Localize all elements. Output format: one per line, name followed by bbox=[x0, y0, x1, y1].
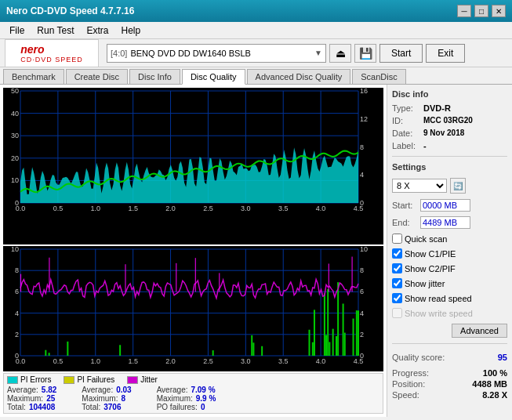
main-content: PI Errors PI Failures Jitter Average: 5.… bbox=[0, 85, 512, 417]
start-button[interactable]: Start bbox=[379, 44, 423, 63]
drive-label: [4:0] bbox=[111, 49, 127, 58]
pie-stats: Average: 5.82 Maximum: 25 Total: 104408 bbox=[7, 386, 56, 411]
window-controls: ─ □ ✕ bbox=[457, 5, 506, 17]
jitter-stats: Average: 7.09 % Maximum: 9.9 % PO failur… bbox=[157, 386, 216, 411]
menu-help[interactable]: Help bbox=[115, 24, 147, 38]
save-icon-button[interactable]: 💾 bbox=[354, 44, 376, 63]
disc-info-title: Disc info bbox=[392, 89, 507, 99]
legend-pi-failures: PI Failures bbox=[64, 375, 114, 384]
close-button[interactable]: ✕ bbox=[492, 5, 506, 17]
stats-row: Average: 5.82 Maximum: 25 Total: 104408 bbox=[7, 386, 379, 411]
show-read-speed-checkbox[interactable] bbox=[392, 293, 402, 303]
chart-area: PI Errors PI Failures Jitter Average: 5.… bbox=[0, 85, 387, 417]
pif-stats: Average: 0.03 Maximum: 8 Total: 3706 bbox=[82, 386, 131, 411]
tab-scan-disc[interactable]: ScanDisc bbox=[352, 69, 405, 84]
settings-icon-btn[interactable]: 🔄 bbox=[450, 178, 466, 194]
tab-bar: Benchmark Create Disc Disc Info Disc Qua… bbox=[0, 67, 512, 85]
bottom-chart bbox=[3, 246, 383, 371]
legend-pi-errors: PI Errors bbox=[7, 375, 51, 384]
label-row: Label: - bbox=[392, 141, 507, 150]
end-mb-row: End: bbox=[392, 216, 507, 229]
tab-create-disc[interactable]: Create Disc bbox=[66, 69, 128, 84]
tab-benchmark[interactable]: Benchmark bbox=[3, 69, 64, 84]
show-jitter-checkbox[interactable] bbox=[392, 278, 402, 288]
pi-errors-label: PI Errors bbox=[20, 375, 51, 384]
quick-scan-checkbox[interactable] bbox=[392, 234, 402, 244]
top-chart bbox=[3, 88, 383, 244]
speed-row: 8 X 4 X 2 X MAX 🔄 bbox=[392, 178, 507, 194]
pi-failures-color bbox=[64, 376, 74, 384]
jitter-label: Jitter bbox=[140, 375, 158, 384]
legend-row: PI Errors PI Failures Jitter bbox=[7, 375, 379, 384]
show-c2-checkbox[interactable] bbox=[392, 263, 402, 273]
drive-selector[interactable]: [4:0] BENQ DVD DD DW1640 BSLB ▼ bbox=[107, 44, 326, 63]
show-jitter-row: Show jitter bbox=[392, 278, 507, 288]
minimize-button[interactable]: ─ bbox=[457, 5, 471, 17]
exit-button[interactable]: Exit bbox=[426, 44, 465, 63]
window-title: Nero CD-DVD Speed 4.7.7.16 bbox=[6, 5, 134, 16]
drive-name: BENQ DVD DD DW1640 BSLB bbox=[130, 49, 314, 58]
eject-icon-button[interactable]: ⏏ bbox=[329, 44, 351, 63]
menu-extra[interactable]: Extra bbox=[80, 24, 114, 38]
show-write-speed-row: Show write speed bbox=[392, 308, 507, 318]
right-panel: Disc info Type: DVD-R ID: MCC 03RG20 Dat… bbox=[387, 85, 512, 417]
toolbar: nero CD·DVD SPEED [4:0] BENQ DVD DD DW16… bbox=[0, 39, 512, 67]
jitter-color bbox=[127, 376, 138, 384]
tab-disc-info[interactable]: Disc Info bbox=[129, 69, 180, 84]
settings-title: Settings bbox=[392, 162, 507, 172]
type-row: Type: DVD-R bbox=[392, 103, 507, 113]
title-bar: Nero CD-DVD Speed 4.7.7.16 ─ □ ✕ bbox=[0, 0, 512, 22]
show-write-speed-checkbox bbox=[392, 308, 402, 318]
speed-select[interactable]: 8 X 4 X 2 X MAX bbox=[392, 179, 447, 193]
progress-section: Progress: 100 % Position: 4488 MB Speed:… bbox=[392, 368, 507, 400]
legend-jitter: Jitter bbox=[127, 375, 158, 384]
speed-row: Speed: 8.28 X bbox=[392, 390, 507, 400]
show-c2-row: Show C2/PIF bbox=[392, 263, 507, 273]
legend-stats-area: PI Errors PI Failures Jitter Average: 5.… bbox=[3, 373, 383, 414]
pi-errors-color bbox=[7, 376, 18, 384]
menu-file[interactable]: File bbox=[3, 24, 31, 38]
show-c1-checkbox[interactable] bbox=[392, 248, 402, 259]
tab-disc-quality[interactable]: Disc Quality bbox=[182, 69, 245, 85]
start-mb-input[interactable] bbox=[420, 199, 470, 212]
progress-row: Progress: 100 % bbox=[392, 368, 507, 378]
menu-bar: File Run Test Extra Help bbox=[0, 22, 512, 39]
start-mb-row: Start: bbox=[392, 199, 507, 212]
tab-advanced-disc-quality[interactable]: Advanced Disc Quality bbox=[247, 69, 351, 84]
pi-failures-label: PI Failures bbox=[77, 375, 114, 384]
end-mb-input[interactable] bbox=[420, 216, 470, 229]
id-row: ID: MCC 03RG20 bbox=[392, 116, 507, 125]
show-c1-row: Show C1/PIE bbox=[392, 248, 507, 259]
menu-run-test[interactable]: Run Test bbox=[31, 24, 80, 38]
position-row: Position: 4488 MB bbox=[392, 379, 507, 389]
nero-logo: nero CD·DVD SPEED bbox=[5, 39, 99, 67]
quality-score-row: Quality score: 95 bbox=[392, 353, 507, 362]
quick-scan-row: Quick scan bbox=[392, 234, 507, 244]
maximize-button[interactable]: □ bbox=[474, 5, 488, 17]
date-row: Date: 9 Nov 2018 bbox=[392, 129, 507, 138]
show-read-speed-row: Show read speed bbox=[392, 293, 507, 303]
advanced-button[interactable]: Advanced bbox=[452, 324, 507, 338]
